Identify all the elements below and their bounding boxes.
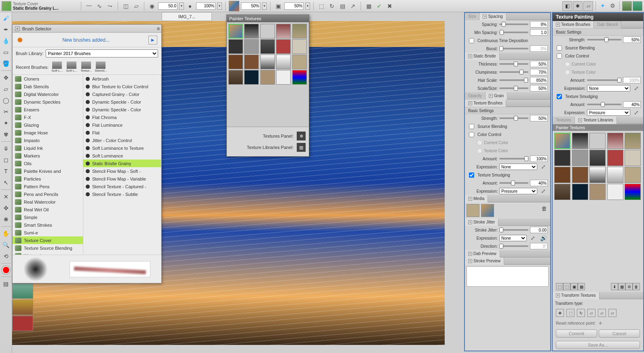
brush-category-item[interactable]: Palette Knives and bbox=[13, 167, 83, 175]
recent-brush-4[interactable]: Stencil... bbox=[95, 62, 107, 72]
brush-category-item[interactable]: Sumi-e bbox=[13, 229, 83, 236]
scale-size-value[interactable] bbox=[530, 85, 548, 91]
color-well[interactable] bbox=[2, 266, 10, 274]
lib-icon[interactable]: ▦ bbox=[578, 283, 585, 290]
texture-swatch[interactable] bbox=[260, 24, 275, 38]
settings-icon[interactable]: ⚙ bbox=[625, 283, 633, 290]
move-tool-icon[interactable]: ✥ bbox=[2, 73, 11, 82]
ctd-checkbox[interactable] bbox=[469, 38, 474, 43]
texture-swatch[interactable] bbox=[589, 150, 606, 166]
recent-brush-2[interactable]: Soft L... bbox=[65, 62, 78, 72]
direction-slider[interactable] bbox=[499, 245, 528, 247]
tool-e-icon[interactable]: ▦ bbox=[364, 2, 373, 11]
brush-variant-item[interactable]: Flat Chroma bbox=[83, 113, 161, 121]
brush-variant-item[interactable]: Static Bristle Grainy bbox=[83, 159, 161, 167]
spacing-slider[interactable] bbox=[499, 23, 528, 25]
smudge-amount-slider[interactable] bbox=[499, 182, 528, 184]
transform-scale-icon[interactable]: ⬚ bbox=[566, 309, 574, 317]
brush-category-item[interactable]: Particles bbox=[13, 175, 83, 183]
tool-a-icon[interactable]: ⬚ bbox=[317, 2, 326, 11]
strength-slider[interactable] bbox=[499, 117, 528, 119]
invert-icon[interactable]: ⤢ bbox=[539, 187, 548, 196]
texture-swatch[interactable] bbox=[572, 150, 588, 166]
texture-brushes-tab[interactable]: ×Texture Brushes bbox=[465, 100, 506, 107]
texture-thumb[interactable] bbox=[229, 1, 239, 11]
texture-swatch[interactable] bbox=[607, 133, 623, 149]
thickness-slider[interactable] bbox=[499, 63, 528, 65]
tool-c-icon[interactable]: ▤ bbox=[338, 2, 347, 11]
brush-variant-item[interactable]: Blur Texture to Color Control bbox=[83, 83, 161, 90]
brush-category-item[interactable]: Liquid Ink bbox=[13, 144, 83, 152]
save-as-button[interactable]: Save As... bbox=[556, 341, 640, 349]
size-input[interactable] bbox=[158, 2, 177, 10]
media-tab[interactable]: ×Media bbox=[465, 195, 488, 202]
texture-swatch[interactable] bbox=[607, 150, 623, 166]
brush-variant-item[interactable]: Dynamic Speckle - Color bbox=[83, 98, 161, 106]
panel-toggle-1-icon[interactable]: ◧ bbox=[562, 1, 572, 11]
eraser-tool-icon[interactable]: ▭ bbox=[2, 48, 11, 57]
delete-icon[interactable]: 🗑 bbox=[633, 283, 640, 290]
texture-swatch[interactable] bbox=[292, 55, 307, 69]
texture-swatch[interactable] bbox=[244, 24, 259, 38]
opacity-tab[interactable]: Opacity bbox=[465, 92, 486, 100]
hand-tool-icon[interactable]: ✋ bbox=[2, 229, 11, 238]
texture-swatch[interactable] bbox=[244, 55, 259, 69]
texture-swatch[interactable] bbox=[228, 39, 243, 54]
texture-swatch[interactable] bbox=[228, 55, 243, 69]
brush-category-item[interactable]: Glazing bbox=[13, 121, 83, 129]
texture-swatch[interactable] bbox=[276, 70, 291, 85]
document-tab[interactable]: IMG_7... bbox=[162, 12, 212, 21]
grid-icon[interactable]: ▦ bbox=[618, 283, 625, 290]
tpp-smudge-value[interactable] bbox=[623, 101, 641, 108]
cancel-button[interactable]: Cancel bbox=[599, 330, 640, 338]
recent-brush-a-icon[interactable] bbox=[622, 1, 632, 11]
stroke-jitter-slider[interactable] bbox=[499, 229, 528, 231]
texture-swatch[interactable] bbox=[292, 24, 307, 38]
nav-thumb-3[interactable] bbox=[12, 316, 33, 331]
opacity-dropdown[interactable]: ▾ bbox=[217, 2, 222, 10]
tpp-strength-value[interactable] bbox=[623, 36, 641, 43]
tpp-smudging-checkbox[interactable] bbox=[557, 94, 562, 99]
expression-select[interactable]: None bbox=[499, 164, 537, 170]
boost-slider[interactable] bbox=[499, 48, 528, 49]
brush-category-item[interactable]: Simple bbox=[13, 213, 83, 221]
pen-tool-icon[interactable]: ✒ bbox=[2, 25, 11, 34]
stroke-opt-icon[interactable]: ∿ bbox=[95, 2, 104, 11]
gear-icon[interactable]: ⚙ bbox=[608, 1, 617, 10]
texture-swatch[interactable] bbox=[554, 167, 570, 183]
min-spacing-slider[interactable] bbox=[499, 32, 528, 33]
media-thumb-1[interactable] bbox=[467, 204, 479, 217]
tpp-source-blending-checkbox[interactable] bbox=[557, 45, 562, 51]
invert-icon[interactable]: ⤢ bbox=[632, 84, 641, 93]
texture-swatch[interactable] bbox=[589, 184, 606, 200]
play-icon[interactable]: ▶ bbox=[148, 36, 157, 45]
texture-swatch[interactable] bbox=[244, 70, 259, 85]
spacing-value[interactable] bbox=[530, 21, 548, 28]
texture-swatch[interactable] bbox=[554, 184, 570, 200]
dl-icon[interactable]: ⬇ bbox=[611, 283, 618, 290]
nav-thumb-2[interactable] bbox=[12, 300, 33, 315]
media-thumb-2[interactable] bbox=[481, 204, 494, 217]
transform-distort-icon[interactable]: ▱ bbox=[598, 309, 606, 317]
texture-swatch[interactable] bbox=[625, 150, 641, 166]
recent-brush-3[interactable]: Textur... bbox=[80, 62, 92, 72]
trash-icon[interactable]: 🗑 bbox=[540, 204, 549, 213]
amount-slider[interactable] bbox=[499, 158, 528, 159]
brush-category-item[interactable]: Real Watercolor bbox=[13, 198, 83, 206]
brush-category-item[interactable]: Cloners bbox=[13, 75, 83, 83]
texture-swatch[interactable] bbox=[554, 133, 570, 149]
textures-panel-button[interactable]: ✲ bbox=[297, 132, 306, 140]
size-tab[interactable]: Size bbox=[465, 13, 479, 20]
hair-scale-value[interactable] bbox=[530, 77, 548, 83]
brush-info[interactable]: Texture Cover Static Bristle Grainy L... bbox=[13, 2, 78, 11]
panel-menu-icon[interactable]: ≡ bbox=[157, 26, 160, 32]
brush-variant-item[interactable]: Captured Grainy - Color bbox=[83, 90, 161, 98]
lasso-tool-icon[interactable]: ◯ bbox=[2, 96, 11, 105]
brush-category-item[interactable]: Texture Cover bbox=[13, 236, 83, 244]
brush-variant-item[interactable]: Stencil Flow Map - Soft - bbox=[83, 167, 161, 175]
grain-dropdown[interactable]: ▾ bbox=[262, 2, 267, 10]
brush-category-item[interactable]: Pens and Pencils bbox=[13, 190, 83, 198]
texture-swatch[interactable] bbox=[589, 167, 606, 183]
tpp-smudge-slider[interactable] bbox=[587, 104, 621, 105]
painter-textures-header[interactable]: Painter Textures bbox=[553, 124, 643, 131]
